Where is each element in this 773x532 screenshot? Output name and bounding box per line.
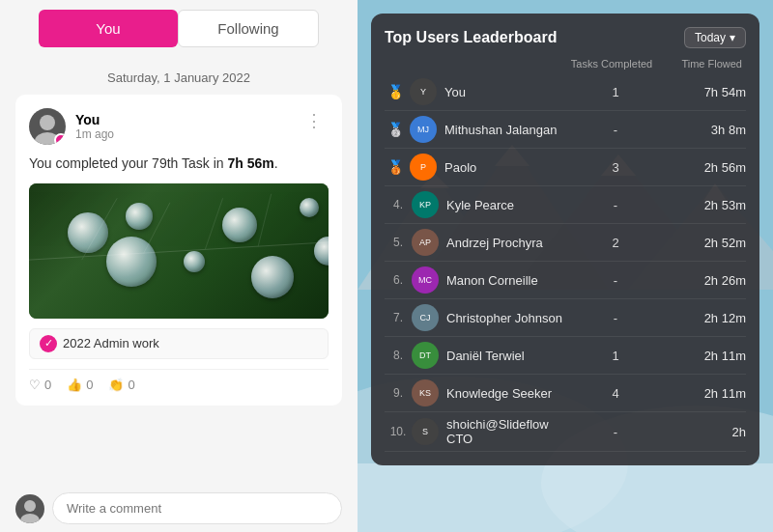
like-button[interactable]: ♡ 0 xyxy=(29,378,51,392)
leaderboard-user-name: Kyle Pearce xyxy=(446,198,562,212)
leaderboard-row: 5. AP Andrzej Prochyra 2 2h 52m xyxy=(385,224,746,262)
post-menu-button[interactable]: ⋮ xyxy=(300,108,329,133)
task-check-icon: ✓ xyxy=(40,335,57,352)
rank-number: 9. xyxy=(385,386,412,400)
post-author-name: You xyxy=(75,112,114,127)
leaderboard-user-name: Manon Corneille xyxy=(446,273,562,288)
left-panel: You Following Saturday, 1 January 2022 xyxy=(0,0,358,532)
leaderboard-time-flowed: 2h 26m xyxy=(669,273,746,288)
leaderboard-row: 6. MC Manon Corneille - 2h 26m xyxy=(385,262,746,299)
leaderboard-tasks-count: - xyxy=(562,198,669,212)
rank-number: 7. xyxy=(385,311,412,324)
medal-icon: 🥈 xyxy=(385,119,406,140)
leaderboard-avatar: P xyxy=(410,154,437,181)
leaderboard-tasks-count: - xyxy=(562,273,669,288)
leaderboard-avatar: S xyxy=(412,418,439,445)
leaderboard-tasks-count: 1 xyxy=(562,85,669,99)
leaderboard-user-name: Mithushan Jalangan xyxy=(444,123,562,137)
clap-icon: 👏 xyxy=(108,378,124,392)
leaderboard-tasks-count: 1 xyxy=(562,349,669,363)
tab-following[interactable]: Following xyxy=(178,10,319,47)
svg-point-0 xyxy=(40,115,55,130)
task-label: 2022 Admin work xyxy=(63,336,159,350)
tab-you[interactable]: You xyxy=(39,10,178,47)
leaderboard-time-flowed: 3h 8m xyxy=(669,123,746,137)
avatar-initials: KP xyxy=(419,200,431,210)
leaderboard-row: 9. KS Knowledge Seeker 4 2h 11m xyxy=(385,375,746,412)
leaderboard-time-flowed: 2h 12m xyxy=(669,311,746,325)
post-card: You 1m ago ⋮ You completed your 79th Tas… xyxy=(15,95,342,406)
rank-number: 5. xyxy=(385,236,412,249)
leaderboard-time-flowed: 2h 52m xyxy=(669,236,746,250)
leaderboard-header: Top Users Leaderboard Today ▾ xyxy=(385,27,746,48)
avatar-initials: Y xyxy=(420,87,426,97)
leaderboard-avatar: KP xyxy=(412,191,439,218)
leaderboard-user-name: Christopher Johnson xyxy=(446,311,562,325)
right-panel: Top Users Leaderboard Today ▾ Tasks Comp… xyxy=(358,0,773,532)
leaderboard-title: Top Users Leaderboard xyxy=(385,29,557,46)
svg-point-7 xyxy=(24,500,36,512)
leaderboard-user-name: Andrzej Prochyra xyxy=(446,236,562,250)
leaderboard-row: 🥉 P Paolo 3 2h 56m xyxy=(385,149,746,186)
post-text: You completed your 79th Task in 7h 56m. xyxy=(29,154,329,174)
rank-number: 10. xyxy=(385,425,412,438)
leaderboard-user-name: You xyxy=(444,85,562,99)
heart-icon: ♡ xyxy=(29,378,41,392)
avatar-initials: P xyxy=(420,162,426,172)
avatar-initials: MC xyxy=(418,275,432,285)
comment-bar xyxy=(0,485,358,532)
leaderboard-row: 🥈 MJ Mithushan Jalangan - 3h 8m xyxy=(385,111,746,149)
post-user-info: You 1m ago xyxy=(29,108,114,145)
thumbs-button[interactable]: 👍 0 xyxy=(67,378,93,392)
leaderboard-time-flowed: 2h 56m xyxy=(669,160,746,175)
leaderboard-avatar: DT xyxy=(412,342,439,369)
leaderboard-tasks-count: - xyxy=(562,311,669,325)
leaderboard-avatar: CJ xyxy=(412,304,439,331)
leaderboard-user-name: Daniël Terwiel xyxy=(446,349,562,363)
leaderboard-row: 10. S shoichi@Slideflow CTO - 2h xyxy=(385,412,746,452)
rank-number: 4. xyxy=(385,198,412,211)
today-filter-button[interactable]: Today ▾ xyxy=(684,27,746,48)
leaderboard-tasks-count: - xyxy=(562,123,669,137)
leaderboard-row: 🥇 Y You 1 7h 54m xyxy=(385,73,746,111)
svg-line-4 xyxy=(144,202,170,253)
post-highlight: 7h 56m xyxy=(227,155,273,171)
leaderboard-column-headers: Tasks Completed Time Flowed xyxy=(385,58,746,70)
medal-icon: 🥉 xyxy=(385,156,406,178)
col-tasks-header: Tasks Completed xyxy=(558,58,665,70)
leaderboard-user-name: Paolo xyxy=(444,160,562,175)
leaderboard-time-flowed: 2h xyxy=(669,425,746,439)
leaderboard-row: 7. CJ Christopher Johnson - 2h 12m xyxy=(385,299,746,337)
leaderboard-time-flowed: 7h 54m xyxy=(669,85,746,99)
like-count: 0 xyxy=(44,378,51,392)
avatar-initials: S xyxy=(422,427,428,436)
clap-button[interactable]: 👏 0 xyxy=(108,378,134,392)
svg-line-3 xyxy=(82,198,117,260)
thumbs-count: 0 xyxy=(86,378,93,392)
feed-date: Saturday, 1 January 2022 xyxy=(0,57,358,95)
rank-number: 8. xyxy=(385,349,412,362)
leaderboard-row: 4. KP Kyle Pearce - 2h 53m xyxy=(385,186,746,224)
svg-rect-20 xyxy=(358,463,773,532)
leaderboard-avatar: MJ xyxy=(410,116,437,143)
leaderboard-tasks-count: 4 xyxy=(562,386,669,401)
post-image xyxy=(29,183,329,319)
comment-input[interactable] xyxy=(52,492,342,524)
leaderboard-rows: 🥇 Y You 1 7h 54m 🥈 MJ Mithushan Jalangan… xyxy=(385,73,746,452)
post-header: You 1m ago ⋮ xyxy=(29,108,329,145)
thumbs-icon: 👍 xyxy=(67,378,82,392)
leaderboard-time-flowed: 2h 11m xyxy=(669,386,746,401)
tab-bar: You Following xyxy=(0,0,358,57)
svg-point-8 xyxy=(20,514,40,523)
post-meta: You 1m ago xyxy=(75,112,114,141)
leaderboard-time-flowed: 2h 53m xyxy=(669,198,746,212)
rank-number: 6. xyxy=(385,273,412,287)
leaderboard-row: 8. DT Daniël Terwiel 1 2h 11m xyxy=(385,337,746,375)
leaderboard-avatar: KS xyxy=(412,379,439,406)
comment-avatar xyxy=(15,494,44,523)
leaderboard-tasks-count: 2 xyxy=(562,236,669,250)
avatar-initials: AP xyxy=(419,238,431,247)
col-time-header: Time Flowed xyxy=(665,58,742,70)
avatar-initials: MJ xyxy=(417,125,429,134)
task-tag: ✓ 2022 Admin work xyxy=(29,328,329,359)
